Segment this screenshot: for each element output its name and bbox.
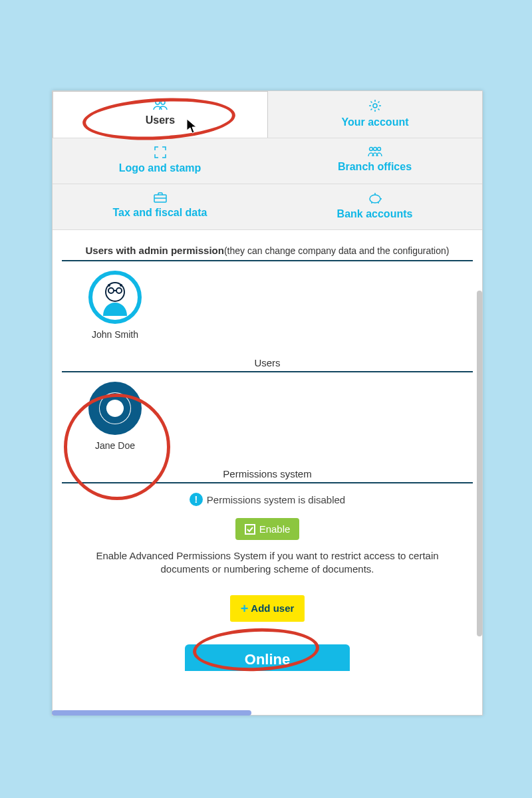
check-icon	[245, 524, 255, 535]
enable-button[interactable]: Enable	[235, 518, 300, 540]
gear-icon	[271, 99, 479, 115]
admin-title-bold: Users with admin permission	[86, 245, 224, 256]
users-icon	[56, 100, 265, 113]
svg-rect-15	[245, 525, 255, 534]
svg-point-4	[373, 148, 376, 151]
avatar	[88, 271, 142, 324]
enable-button-label: Enable	[259, 523, 291, 535]
content-area: Users with admin permission(they can cha…	[53, 230, 482, 676]
permissions-description: Enable Advanced Permissions System if yo…	[62, 549, 473, 577]
tab-bank[interactable]: Bank accounts	[267, 184, 482, 229]
permissions-status-text: Permissions system is disabled	[207, 494, 345, 505]
tab-logo-label: Logo and stamp	[119, 162, 201, 174]
tabs-area: Users Your account Logo and stamp Bra	[53, 91, 482, 230]
tab-tax[interactable]: Tax and fiscal data	[53, 184, 267, 229]
tab-account-label: Your account	[341, 116, 408, 128]
svg-point-7	[370, 195, 380, 203]
briefcase-icon	[55, 192, 265, 205]
admin-user-name: John Smith	[88, 329, 142, 340]
tab-row-1: Users Your account	[53, 91, 482, 138]
permissions-section-heading: Permissions system	[62, 456, 473, 483]
svg-point-1	[161, 100, 165, 104]
plus-icon: +	[241, 602, 249, 615]
add-user-button[interactable]: + Add user	[230, 595, 305, 622]
users-section-heading: Users	[62, 345, 473, 372]
tab-row-2: Logo and stamp Branch offices	[53, 138, 482, 184]
tab-bank-label: Bank accounts	[337, 208, 413, 219]
tab-branch[interactable]: Branch offices	[267, 138, 482, 184]
svg-point-0	[156, 100, 160, 104]
tab-users[interactable]: Users	[53, 91, 268, 138]
tab-logo[interactable]: Logo and stamp	[53, 138, 267, 184]
tab-users-label: Users	[146, 114, 175, 126]
tab-row-3: Tax and fiscal data Bank accounts	[53, 184, 482, 230]
add-user-button-label: Add user	[251, 602, 294, 614]
bottom-accent	[52, 710, 251, 716]
branch-icon	[270, 146, 479, 160]
admin-title-sub: (they can change company data and the co…	[224, 245, 450, 256]
admin-user-block[interactable]: John Smith	[62, 271, 154, 345]
svg-point-2	[373, 104, 377, 108]
avatar	[88, 382, 142, 435]
tab-branch-label: Branch offices	[338, 161, 412, 172]
svg-point-12	[108, 284, 110, 287]
scrollbar[interactable]	[477, 291, 482, 636]
admin-section-title: Users with admin permission(they can cha…	[62, 245, 473, 261]
svg-point-13	[120, 284, 122, 287]
svg-point-5	[377, 148, 380, 151]
expand-icon	[55, 146, 265, 161]
piggy-icon	[270, 192, 479, 207]
online-bar[interactable]: Online	[185, 644, 350, 671]
settings-window: Users Your account Logo and stamp Bra	[52, 90, 483, 716]
regular-user-block[interactable]: Jane Doe	[62, 382, 154, 456]
regular-user-name: Jane Doe	[88, 440, 142, 451]
alert-icon: !	[190, 493, 203, 506]
tab-tax-label: Tax and fiscal data	[113, 207, 207, 218]
svg-point-3	[369, 148, 372, 151]
tab-account[interactable]: Your account	[268, 91, 482, 138]
permissions-status: ! Permissions system is disabled	[62, 493, 473, 506]
